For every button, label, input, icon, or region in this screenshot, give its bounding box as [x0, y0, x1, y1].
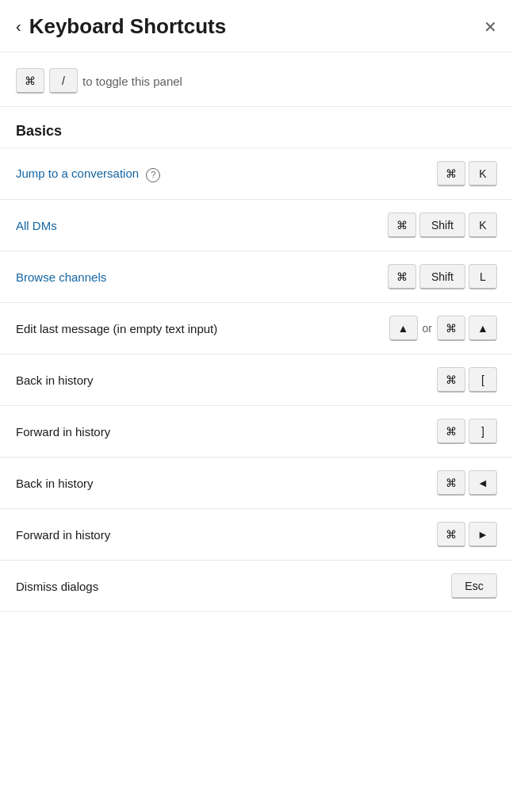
- page-title: Keyboard Shortcuts: [29, 14, 227, 39]
- header-left: ‹ Keyboard Shortcuts: [16, 14, 226, 39]
- shortcut-keys: ⌘ K: [437, 161, 497, 186]
- slash-key: /: [49, 68, 78, 94]
- shortcut-label: Back in history: [16, 372, 437, 389]
- shortcut-keys: ⌘ Shift L: [388, 264, 497, 289]
- cmd-key: ⌘: [16, 68, 44, 94]
- shortcut-keys: ⌘ Shift K: [388, 213, 497, 238]
- or-text: or: [423, 322, 432, 335]
- k-key: K: [469, 161, 497, 186]
- shortcut-label: Back in history: [16, 475, 437, 492]
- toggle-hint: ⌘ / to toggle this panel: [0, 52, 513, 107]
- cmd-key: ⌘: [437, 419, 465, 444]
- shortcut-label[interactable]: All DMs: [16, 217, 388, 234]
- shortcut-forward-history-1: Forward in history ⌘ ]: [0, 406, 513, 458]
- k-key: K: [469, 213, 497, 238]
- shortcut-dismiss-dialogs: Dismiss dialogs Esc: [0, 561, 513, 612]
- l-key: L: [469, 264, 497, 289]
- cmd-key: ⌘: [437, 161, 465, 186]
- shortcut-edit-last-message: Edit last message (in empty text input) …: [0, 303, 513, 354]
- up-key: ▲: [389, 316, 418, 341]
- cmd-key: ⌘: [437, 522, 465, 547]
- esc-key: Esc: [451, 573, 497, 599]
- shortcut-label[interactable]: Browse channels: [16, 269, 388, 285]
- shortcut-forward-history-2: Forward in history ⌘ ►: [0, 509, 513, 561]
- shortcut-browse-channels: Browse channels ⌘ Shift L: [0, 251, 513, 303]
- shortcut-keys: ⌘ ◄: [437, 470, 497, 496]
- shortcut-keys: ⌘ ►: [437, 522, 497, 547]
- right-arrow-key: ►: [469, 522, 497, 547]
- shortcut-jump-conversation: Jump to a conversation ? ⌘ K: [0, 148, 513, 200]
- shortcut-back-history-1: Back in history ⌘ [: [0, 354, 513, 406]
- shortcut-keys: ▲ or ⌘ ▲: [389, 316, 497, 341]
- cmd-key: ⌘: [437, 367, 465, 393]
- cmd-key: ⌘: [388, 213, 416, 238]
- shift-key: Shift: [419, 213, 465, 238]
- back-icon[interactable]: ‹: [16, 17, 21, 36]
- shortcut-label: Dismiss dialogs: [16, 578, 451, 595]
- shortcut-label: Forward in history: [16, 527, 437, 543]
- cmd-key: ⌘: [388, 264, 416, 289]
- shift-key: Shift: [419, 264, 465, 289]
- toggle-hint-text: to toggle this panel: [82, 75, 182, 88]
- help-icon[interactable]: ?: [146, 168, 160, 182]
- cmd-key: ⌘: [437, 470, 465, 496]
- cmd-key: ⌘: [437, 316, 465, 341]
- close-icon[interactable]: ✕: [484, 17, 497, 36]
- header: ‹ Keyboard Shortcuts ✕: [0, 0, 513, 52]
- up-key-2: ▲: [469, 316, 497, 341]
- shortcut-keys: Esc: [451, 573, 497, 599]
- bracket-close-key: ]: [469, 419, 497, 444]
- bracket-open-key: [: [469, 367, 497, 393]
- shortcut-all-dms: All DMs ⌘ Shift K: [0, 200, 513, 251]
- shortcut-back-history-2: Back in history ⌘ ◄: [0, 458, 513, 509]
- section-header-basics: Basics: [0, 107, 513, 148]
- left-arrow-key: ◄: [469, 470, 497, 496]
- shortcut-label: Edit last message (in empty text input): [16, 320, 389, 337]
- shortcut-keys: ⌘ [: [437, 367, 497, 393]
- shortcut-label[interactable]: Jump to a conversation ?: [16, 165, 437, 182]
- shortcut-keys: ⌘ ]: [437, 419, 497, 444]
- shortcut-label: Forward in history: [16, 423, 437, 440]
